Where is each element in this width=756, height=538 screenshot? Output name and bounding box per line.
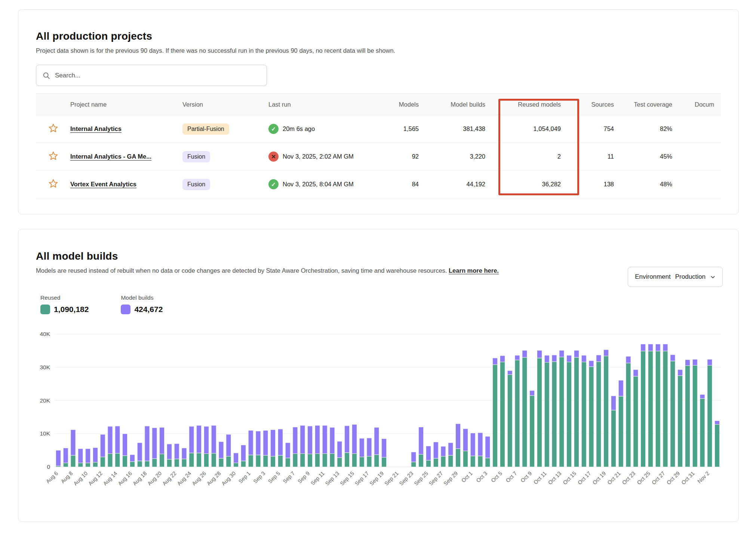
col-header-reused-models: Reused models bbox=[496, 94, 571, 115]
bar-builds-segment bbox=[330, 427, 335, 453]
bar-builds-segment bbox=[707, 359, 712, 365]
bar-reused-segment bbox=[700, 398, 705, 467]
x-axis-tick-label: Aug 12 bbox=[87, 470, 104, 487]
test-coverage-value: 48% bbox=[624, 171, 695, 198]
bar-builds-segment bbox=[78, 449, 83, 463]
environment-dropdown[interactable]: Environment Production bbox=[628, 267, 723, 287]
x-axis-tick-label: Oct 21 bbox=[606, 470, 622, 486]
legend-value: 1,090,182 bbox=[54, 305, 89, 314]
bar-builds-segment bbox=[648, 344, 653, 351]
bar-builds-segment bbox=[411, 452, 416, 462]
bar-builds-segment bbox=[685, 360, 690, 366]
bar-builds-segment bbox=[285, 443, 290, 458]
bar-reused-segment bbox=[219, 458, 224, 467]
builds-card-description: Models are reused instead of rebuilt whe… bbox=[36, 267, 723, 274]
bar-reused-segment bbox=[100, 457, 105, 467]
bar-reused-segment bbox=[78, 463, 83, 467]
bar-builds-segment bbox=[100, 434, 105, 457]
models-count: 92 bbox=[381, 143, 429, 171]
x-axis-tick-label: Oct 15 bbox=[562, 470, 578, 486]
bar-builds-segment bbox=[500, 356, 505, 362]
favorite-star-icon[interactable] bbox=[48, 178, 58, 189]
bar-reused-segment bbox=[670, 361, 675, 467]
bar-reused-segment bbox=[174, 459, 179, 467]
bar-builds-segment bbox=[189, 427, 194, 453]
version-badge: Fusion bbox=[182, 151, 210, 162]
bar-builds-segment bbox=[359, 438, 364, 457]
legend-item-model-builds: Model builds 424,672 bbox=[121, 294, 163, 314]
models-count: 1,565 bbox=[381, 115, 429, 143]
x-axis-tick-label: Aug 18 bbox=[132, 470, 148, 487]
project-link[interactable]: Internal Analytics bbox=[70, 125, 122, 132]
x-axis-tick-label: Sep 27 bbox=[428, 470, 444, 487]
table-row[interactable]: Internal Analytics Partial-Fusion ✓ 20m … bbox=[36, 115, 721, 143]
bar-reused-segment bbox=[500, 362, 505, 467]
bar-reused-segment bbox=[374, 455, 379, 467]
bar-reused-segment bbox=[707, 365, 712, 467]
bar-builds-segment bbox=[56, 450, 61, 466]
bar-builds-segment bbox=[137, 443, 142, 461]
last-run-time: 20m 6s ago bbox=[283, 125, 315, 132]
production-projects-card: All production projects Project data sho… bbox=[18, 9, 739, 214]
bar-reused-segment bbox=[278, 455, 283, 467]
bar-reused-segment bbox=[352, 454, 357, 467]
bar-builds-segment bbox=[589, 361, 594, 367]
bar-reused-segment bbox=[263, 455, 268, 467]
bar-builds-segment bbox=[152, 428, 157, 459]
bar-builds-segment bbox=[493, 358, 498, 365]
bar-builds-segment bbox=[293, 427, 298, 454]
builds-card-title: All model builds bbox=[36, 250, 723, 262]
legend-label: Reused bbox=[40, 294, 89, 301]
bar-reused-segment bbox=[663, 351, 668, 467]
bar-reused-segment bbox=[293, 454, 298, 467]
bar-reused-segment bbox=[108, 454, 113, 467]
bar-reused-segment bbox=[382, 457, 387, 467]
bar-builds-segment bbox=[322, 425, 327, 453]
model-builds-stacked-bar-chart[interactable]: 010K20K30K40KAug 6Aug 8Aug 10Aug 12Aug 1… bbox=[36, 323, 723, 508]
bar-reused-segment bbox=[515, 360, 520, 467]
environment-value: Production bbox=[675, 273, 706, 281]
y-axis-tick-label: 10K bbox=[40, 430, 50, 437]
bar-reused-segment bbox=[241, 461, 246, 467]
x-axis-tick-label: Oct 31 bbox=[680, 470, 696, 486]
x-axis-tick-label: Sep 9 bbox=[296, 470, 311, 484]
bar-reused-segment bbox=[530, 395, 535, 467]
bar-builds-segment bbox=[160, 427, 165, 454]
sources-count: 754 bbox=[571, 115, 624, 143]
x-axis-tick-label: Sep 11 bbox=[310, 470, 326, 486]
bar-reused-segment bbox=[226, 456, 231, 467]
bar-builds-segment bbox=[337, 441, 342, 458]
favorite-star-icon[interactable] bbox=[48, 123, 58, 133]
reused-models-count: 1,054,049 bbox=[496, 115, 571, 143]
project-link[interactable]: Vortex Event Analytics bbox=[70, 181, 136, 187]
bar-reused-segment bbox=[463, 451, 468, 467]
x-axis-tick-label: Aug 28 bbox=[206, 470, 222, 487]
legend-label: Model builds bbox=[121, 294, 163, 301]
project-search-box[interactable] bbox=[36, 65, 267, 86]
bar-reused-segment bbox=[204, 454, 209, 467]
bar-reused-segment bbox=[130, 462, 135, 467]
bar-builds-segment bbox=[604, 350, 609, 356]
learn-more-link[interactable]: Learn more here. bbox=[449, 267, 499, 274]
table-row[interactable]: Vortex Event Analytics Fusion ✓ Nov 3, 2… bbox=[36, 171, 721, 198]
x-axis-tick-label: Aug 10 bbox=[72, 470, 89, 487]
x-axis-tick-label: Sep 29 bbox=[442, 470, 459, 487]
bar-reused-segment bbox=[522, 357, 527, 467]
bar-reused-segment bbox=[633, 376, 638, 467]
bar-builds-segment bbox=[537, 350, 542, 358]
table-row[interactable]: Internal Analytics - GA Me... Fusion ✕ N… bbox=[36, 143, 721, 171]
bar-builds-segment bbox=[470, 433, 475, 456]
col-header-project-name: Project name bbox=[70, 94, 182, 115]
favorite-star-icon[interactable] bbox=[48, 151, 58, 161]
x-axis-tick-label: Oct 1 bbox=[460, 470, 474, 484]
bar-reused-segment bbox=[115, 453, 120, 467]
x-axis-tick-label: Nov 2 bbox=[696, 470, 710, 484]
bar-reused-segment bbox=[544, 362, 549, 467]
bar-reused-segment bbox=[300, 454, 305, 467]
bar-reused-segment bbox=[507, 375, 512, 467]
search-input[interactable] bbox=[55, 72, 261, 79]
bar-reused-segment bbox=[248, 455, 253, 467]
bar-reused-segment bbox=[456, 449, 461, 467]
project-link[interactable]: Internal Analytics - GA Me... bbox=[70, 153, 151, 160]
bar-builds-segment bbox=[182, 448, 187, 459]
